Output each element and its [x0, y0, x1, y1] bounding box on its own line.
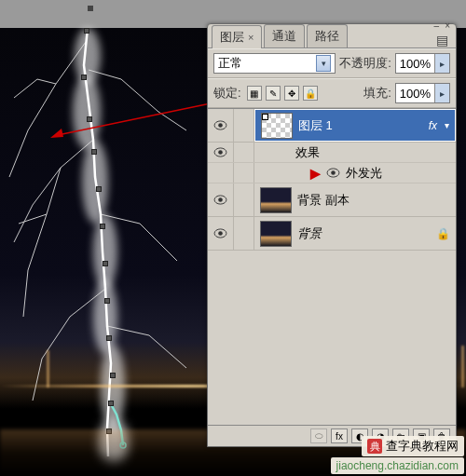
link-layers-icon[interactable]: ⬭	[310, 428, 327, 443]
layer-row-bgcopy[interactable]: 背景 副本	[208, 184, 456, 217]
visibility-toggle[interactable]	[208, 143, 234, 162]
layer-name: 背景	[297, 225, 322, 242]
svg-point-12	[218, 231, 223, 236]
lock-position-icon[interactable]: ✥	[284, 86, 299, 101]
fill-flyout-icon[interactable]: ▸	[434, 84, 449, 102]
svg-point-4	[218, 123, 223, 128]
lock-pixels-icon[interactable]: ✎	[266, 86, 281, 101]
opacity-label: 不透明度:	[339, 55, 391, 72]
lock-all-icon[interactable]: 🔒	[303, 86, 318, 101]
watermark-logo: 典	[367, 439, 382, 454]
effects-row[interactable]: 效果	[208, 143, 456, 163]
svg-point-8	[331, 170, 336, 175]
lock-label: 锁定:	[213, 85, 241, 102]
layer-thumbnail	[260, 221, 292, 247]
minimize-icon[interactable]: –	[434, 20, 440, 31]
layers-panel: – × 图层× 通道 路径 ▤ 正常 ▾ 不透明度: 100%▸ 锁定: ▦ ✎…	[207, 23, 457, 447]
tab-channels[interactable]: 通道	[264, 24, 305, 48]
visibility-toggle[interactable]	[208, 217, 234, 250]
layer-thumbnail	[261, 113, 293, 139]
annotation-arrowhead: ▶	[310, 166, 321, 181]
fill-input[interactable]: 100%▸	[395, 83, 450, 103]
chevron-down-icon: ▾	[316, 55, 331, 72]
opacity-input[interactable]: 100%▸	[395, 53, 450, 74]
tab-layers[interactable]: 图层×	[212, 25, 262, 48]
layer-row-layer1[interactable]: 图层 1 fx ▾	[208, 109, 456, 143]
visibility-toggle[interactable]	[208, 109, 234, 142]
lock-transparent-icon[interactable]: ▦	[247, 86, 262, 101]
lock-icon: 🔒	[436, 227, 450, 240]
opacity-flyout-icon[interactable]: ▸	[434, 54, 449, 73]
outer-glow-row[interactable]: ▶ 外发光	[208, 163, 456, 184]
layer-name: 背景 副本	[297, 192, 350, 209]
fx-collapse-icon[interactable]: ▾	[445, 120, 449, 130]
layer-row-bg[interactable]: 背景 🔒	[208, 217, 456, 251]
close-icon[interactable]: ×	[445, 20, 450, 31]
svg-point-6	[218, 150, 223, 155]
svg-point-10	[218, 197, 223, 202]
visibility-toggle[interactable]	[208, 184, 234, 216]
watermark: 典 查字典教程网 jiaocheng.chazidian.com	[331, 436, 464, 474]
fx-badge[interactable]: fx	[429, 119, 437, 132]
panel-menu-icon[interactable]: ▤	[436, 33, 448, 48]
fill-label: 填充:	[363, 85, 391, 102]
layer-thumbnail	[260, 187, 292, 213]
path-anchor-top	[88, 6, 93, 11]
tab-paths[interactable]: 路径	[307, 24, 348, 48]
blend-mode-select[interactable]: 正常 ▾	[213, 53, 336, 74]
layer-name: 图层 1	[298, 117, 333, 134]
close-tab-icon[interactable]: ×	[248, 32, 254, 43]
